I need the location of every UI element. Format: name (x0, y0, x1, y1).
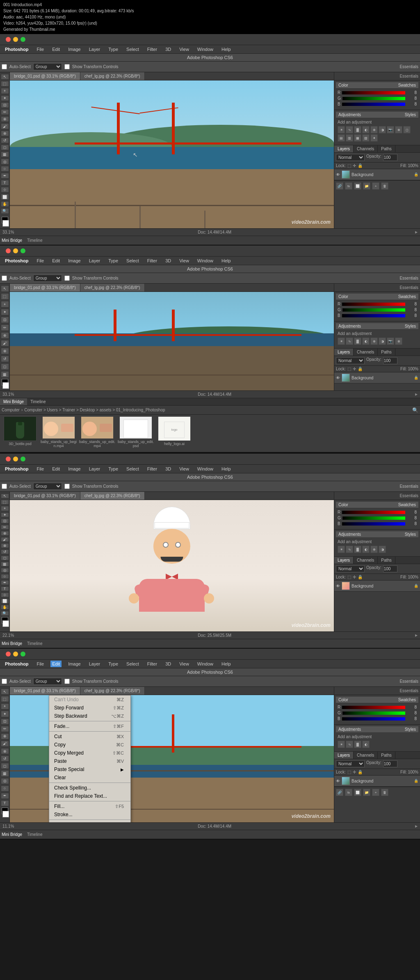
menu-step-backward[interactable]: Step Backward ⌥⌘Z (49, 712, 130, 720)
pen-tool[interactable]: ✒ (1, 173, 9, 179)
b-sl-2[interactable] (342, 314, 405, 317)
menu-view-1[interactable]: View (178, 46, 191, 53)
menu-file-2[interactable]: File (35, 257, 46, 264)
clone-3[interactable]: ⊗ (1, 543, 9, 548)
lv-4b[interactable]: ▓ (354, 741, 361, 748)
lass-3[interactable]: ⌖ (1, 506, 9, 511)
path-3[interactable]: ⊹ (1, 592, 9, 597)
lk-px-2[interactable]: ⬚ (347, 367, 351, 371)
hue-adj[interactable]: ◐ (362, 126, 370, 133)
text-tool[interactable]: T (1, 180, 9, 186)
layer-item-4[interactable]: 👁 Background 🔒 (334, 776, 420, 787)
dodge-tool[interactable]: ○ (1, 166, 9, 172)
menu-type-1[interactable]: Type (107, 46, 120, 53)
menu-file-1[interactable]: File (35, 46, 46, 53)
eraser-2[interactable]: ◻ (1, 363, 9, 370)
menu-check-spelling[interactable]: Check Spelling... (49, 784, 130, 792)
lasso-tool[interactable]: ⌖ (1, 88, 9, 94)
r-4[interactable] (342, 706, 405, 709)
minimize-button-4[interactable] (13, 652, 18, 656)
hs-4[interactable]: ↺ (1, 755, 9, 762)
eye-3[interactable]: 👁 (336, 584, 340, 588)
ls-4[interactable]: ⌖ (1, 703, 9, 709)
heal-2[interactable]: ⊕ (1, 332, 9, 339)
tl-btn-3[interactable]: Timeline (27, 641, 42, 646)
zoom-tool[interactable]: 🔍 (1, 208, 9, 214)
canvas-tab-chef-2[interactable]: chef_lg.jpg @ 22.3% (RGB/8*) (80, 284, 145, 291)
ch-adj-2[interactable]: ⊗ (395, 337, 402, 345)
menu-edit-2[interactable]: Edit (50, 257, 62, 264)
healing-tool[interactable]: ⊕ (1, 116, 9, 122)
layers-tab-1[interactable]: Layers (334, 145, 354, 152)
gradient-adj[interactable]: ▦ (354, 134, 361, 142)
app-name-4[interactable]: Photoshop (3, 661, 30, 667)
text-3[interactable]: T (1, 586, 9, 591)
link-layers-btn[interactable]: 🔗 (336, 182, 343, 190)
minimize-button-1[interactable] (13, 37, 18, 42)
crop-tool-2[interactable]: ⊡ (1, 317, 9, 323)
menu-help-2[interactable]: Help (220, 257, 233, 264)
menu-fill[interactable]: Fill... ⇧F5 (49, 802, 130, 810)
er-4[interactable]: ◻ (1, 763, 9, 769)
close-button-2[interactable] (6, 248, 11, 253)
mi-4[interactable]: Image (66, 661, 82, 667)
br-4b[interactable]: ☀ (338, 741, 345, 748)
bridge-file-logo[interactable]: logo helly_logo.ai (156, 416, 193, 448)
menu-select-2[interactable]: Select (125, 257, 141, 264)
bw-adj-2[interactable]: ◑ (379, 337, 386, 345)
maximize-button-2[interactable] (21, 248, 25, 253)
menu-step-forward[interactable]: Step Forward ⇧⌘Z (49, 704, 130, 712)
minimize-button-3[interactable] (13, 457, 18, 461)
r-slider[interactable] (342, 91, 405, 94)
maximize-button-3[interactable] (21, 457, 25, 461)
essentials-2[interactable]: Essentials (399, 276, 418, 280)
menu-cut[interactable]: Cut ⌘X (49, 732, 130, 741)
hl-4[interactable]: ⊕ (1, 733, 9, 739)
menu-layer-2[interactable]: Layer (87, 257, 102, 264)
mw-3[interactable]: Window (196, 466, 215, 472)
wand-tool-2[interactable]: ✦ (1, 309, 9, 315)
mq-4[interactable]: ⬚ (1, 696, 9, 702)
canvas-tab-bridge-1[interactable]: bridge_01.psd @ 33.1% (RGB/8*) (10, 72, 80, 80)
lk3-3[interactable]: 🔒 (358, 575, 363, 579)
ms-3[interactable]: Select (125, 466, 141, 472)
brightness-adj[interactable]: ☀ (338, 126, 345, 133)
layers-t-3[interactable]: Layers (334, 557, 354, 564)
bg-4[interactable] (2, 811, 9, 817)
menu-copy[interactable]: Copy ⌘C (49, 741, 130, 749)
channel-adj[interactable]: ⊗ (395, 126, 402, 133)
paths-tab-2[interactable]: Paths (378, 349, 395, 356)
tc-4[interactable] (64, 679, 70, 684)
tx-4[interactable]: T (1, 800, 9, 806)
menu-window-2[interactable]: Window (196, 257, 215, 264)
mb-btn-4[interactable]: Mini Bridge (2, 832, 22, 837)
auto-select-4[interactable] (2, 679, 7, 684)
add-style-btn[interactable]: fx (345, 182, 352, 190)
mb-btn-3[interactable]: Mini Bridge (2, 641, 22, 646)
ct-bridge-4[interactable]: bridge_01.psd @ 33.1% (RGB/8*) (10, 687, 80, 695)
eyedr-3[interactable]: ✏ (1, 525, 9, 530)
mini-bridge-btn-1[interactable]: Mini Bridge (2, 238, 22, 243)
menu-3d-1[interactable]: 3D (164, 46, 173, 53)
blackwhite-adj[interactable]: ◑ (379, 126, 386, 133)
app-name-3[interactable]: Photoshop (3, 466, 30, 472)
transform-checkbox[interactable] (64, 64, 70, 69)
auto-select-2[interactable] (2, 275, 7, 281)
menu-type-2[interactable]: Type (107, 257, 120, 264)
menu-fade[interactable]: Fade... ⇧⌘F (49, 722, 130, 730)
app-name-2[interactable]: Photoshop (3, 257, 30, 264)
close-button-4[interactable] (6, 652, 11, 656)
menu-select-1[interactable]: Select (125, 46, 141, 53)
channels-tab-2[interactable]: Channels (354, 349, 378, 356)
gs-4[interactable]: Group (33, 678, 62, 685)
lock-all-btn[interactable]: 🔒 (358, 163, 363, 168)
essentials-3[interactable]: Essentials (399, 484, 418, 489)
cr-4[interactable]: ⊡ (1, 718, 9, 725)
eraser-tool[interactable]: ◻ (1, 145, 9, 150)
channels-tab-1[interactable]: Channels (354, 145, 378, 152)
pt-4[interactable]: Paths (378, 752, 395, 759)
paths-t-3[interactable]: Paths (378, 557, 395, 564)
hu-adj-2[interactable]: ◐ (362, 337, 370, 345)
g-slider[interactable] (342, 97, 405, 100)
lk-all-2[interactable]: 🔒 (358, 367, 363, 371)
